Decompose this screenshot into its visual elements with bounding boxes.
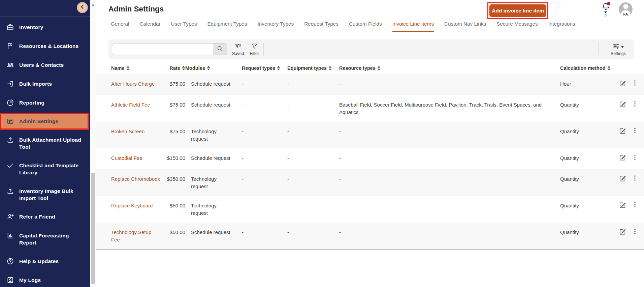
notifications-button[interactable]: 2 [600, 2, 611, 18]
scrollbar-up-arrow[interactable] [90, 2, 96, 8]
column-header-calculation-method[interactable]: Calculation method [560, 65, 619, 71]
column-header-name[interactable]: Name [111, 65, 165, 71]
edit-row-button[interactable] [619, 80, 626, 88]
invoice-line-item-link[interactable]: Technology Setup Fee [111, 229, 161, 243]
cell-request-types: - [242, 101, 287, 116]
invoice-line-item-link[interactable]: After Hours Charge [111, 80, 155, 88]
edit-icon [619, 178, 626, 183]
sidebar-collapse-button[interactable] [77, 2, 88, 13]
table-row: Replace Keyboard$50.00Technology request… [96, 196, 644, 223]
sidebar-item-label: Bulk Imports [19, 80, 52, 87]
row-menu-button[interactable] [632, 201, 638, 209]
edit-row-button[interactable] [619, 127, 626, 136]
saved-filters-button[interactable]: Saved [232, 42, 244, 56]
sidebar-item-inventory-image-bulk-import-tool[interactable]: Inventory Image Bulk Import Tool [0, 182, 90, 207]
search-icon [217, 45, 223, 53]
cell-calculation-method: Quantity [560, 202, 619, 217]
edit-row-button[interactable] [619, 154, 626, 163]
tab-custom-fields[interactable]: Custom Fields [349, 21, 382, 32]
inventory-icon [6, 23, 14, 31]
row-menu-button[interactable] [632, 154, 638, 162]
row-menu-button[interactable] [632, 175, 638, 182]
edit-row-button[interactable] [619, 228, 626, 237]
sidebar-item-users-contacts[interactable]: Users & Contacts [0, 56, 90, 75]
add-invoice-line-item-button[interactable]: Add invoice line item [489, 4, 546, 17]
sidebar-item-checklist-and-template-library[interactable]: Checklist and Template Library [0, 156, 90, 182]
edit-row-button[interactable] [619, 175, 626, 183]
row-menu-button[interactable] [632, 101, 638, 108]
dots-icon [632, 82, 638, 87]
sidebar-item-inventory[interactable]: Inventory [0, 18, 90, 37]
search-input[interactable] [112, 44, 213, 55]
cell-name: Athletic Field Fee [111, 101, 165, 116]
tab-inventory-types[interactable]: Inventory Types [258, 21, 294, 32]
table-row: After Hours Charge$75.00Schedule request… [96, 74, 644, 95]
cell-rate: $75.00 [165, 80, 185, 89]
column-header-resource-types[interactable]: Resource types [339, 65, 560, 71]
filter-button[interactable]: Filter [250, 42, 259, 56]
table-row: Replace Chromebook$350.00Technology requ… [96, 169, 644, 196]
sidebar-item-admin-settings[interactable]: Admin Settings [1, 114, 88, 128]
scrollbar-thumb[interactable] [91, 173, 95, 284]
vertical-scrollbar[interactable] [90, 0, 96, 287]
person-add-icon [6, 213, 14, 221]
tab-secure-messages[interactable]: Secure Messages [496, 21, 538, 32]
edit-icon [619, 131, 626, 136]
dots-icon [632, 130, 638, 135]
invoice-line-item-link[interactable]: Broken Screen [111, 128, 144, 135]
row-menu-button[interactable] [632, 127, 638, 135]
logs-icon [6, 276, 14, 284]
filter-icon [251, 42, 258, 51]
tab-integrations[interactable]: Integrations [548, 21, 575, 32]
sidebar-item-capital-forecasting-report[interactable]: Capital Forecasting Report [0, 226, 90, 252]
invoice-line-item-link[interactable]: Custodial Fee [111, 154, 142, 162]
tab-user-types[interactable]: User Types [171, 21, 197, 32]
dots-icon [632, 177, 638, 182]
edit-row-button[interactable] [619, 201, 626, 210]
invoice-line-item-link[interactable]: Athletic Field Fee [111, 101, 150, 109]
cell-name: Broken Screen [111, 128, 165, 143]
sidebar-item-my-logs[interactable]: My Logs [0, 271, 90, 287]
notification-count: 2 [600, 13, 611, 18]
sidebar: InventoryResources & LocationsUsers & Co… [0, 0, 90, 287]
column-header-equipment-types[interactable]: Equipment types [287, 65, 339, 71]
table-settings-button[interactable]: Settings [611, 42, 626, 56]
user-avatar[interactable]: FA [619, 2, 633, 16]
cell-rate: $150.00 [165, 154, 185, 164]
cell-rate: $75.00 [165, 101, 185, 116]
invoice-line-item-link[interactable]: Replace Keyboard [111, 202, 153, 209]
tab-request-types[interactable]: Request Types [304, 21, 339, 32]
sidebar-item-resources-locations[interactable]: Resources & Locations [0, 37, 90, 56]
edit-row-button[interactable] [619, 101, 626, 109]
column-header-rate[interactable]: Rate [165, 65, 185, 71]
tab-custom-nav-links[interactable]: Custom Nav Links [444, 21, 486, 32]
sidebar-item-label: My Logs [19, 277, 41, 284]
cell-rate: $50.00 [165, 229, 185, 243]
cell-name: Replace Chromebook [111, 175, 165, 190]
saved-filter-icon [234, 42, 242, 51]
cell-actions [619, 202, 632, 217]
tab-calendar[interactable]: Calendar [139, 21, 160, 32]
sidebar-item-label: Refer a Friend [19, 213, 55, 220]
sidebar-item-refer-a-friend[interactable]: Refer a Friend [0, 207, 90, 226]
sliders-icon [612, 42, 620, 51]
tab-equipment-types[interactable]: Equipment Types [207, 21, 247, 32]
row-menu-button[interactable] [632, 80, 638, 87]
bell-icon [601, 6, 610, 12]
sidebar-item-bulk-imports[interactable]: Bulk Imports [0, 75, 90, 93]
sidebar-item-help-updates[interactable]: Help & Updates [0, 252, 90, 271]
column-header-request-types[interactable]: Request types [242, 65, 287, 71]
tab-invoice-line-items[interactable]: Invoice Line Items [392, 21, 434, 32]
row-menu-button[interactable] [632, 228, 638, 236]
sidebar-item-label: Admin Settings [19, 118, 58, 125]
column-header-modules[interactable]: Modules [185, 65, 242, 71]
sidebar-item-bulk-attachment-upload-tool[interactable]: Bulk Attachment Upload Tool [0, 131, 90, 156]
invoice-line-item-link[interactable]: Replace Chromebook [111, 175, 160, 183]
sort-icon [126, 66, 130, 70]
table-row: Broken Screen$75.00Technology request---… [96, 122, 644, 148]
tab-general[interactable]: General [111, 21, 129, 32]
cell-calculation-method: Quantity [560, 229, 619, 243]
cell-resource-types: - [339, 202, 560, 217]
sidebar-item-reporting[interactable]: Reporting [0, 93, 90, 112]
search-button[interactable] [213, 44, 227, 55]
